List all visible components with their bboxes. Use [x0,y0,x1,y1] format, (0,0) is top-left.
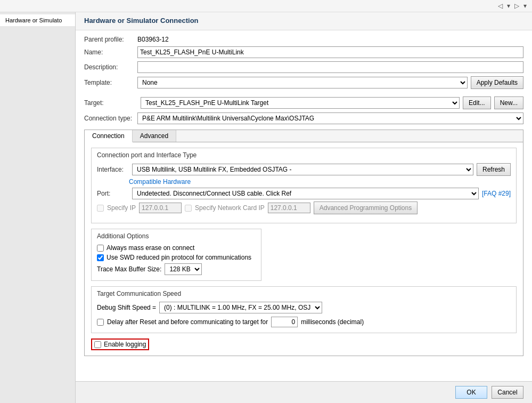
back-dropdown-icon[interactable]: ▾ [506,1,511,11]
debug-shift-select[interactable]: (0) : MULTILINK = 1.00 MHz, FX = 25.00 M… [159,302,322,313]
panel-header: Hardware or Simulator Connection [76,12,532,30]
logging-checkbox[interactable] [94,341,101,348]
additional-section-wrapper: Additional Options Always mass erase on … [91,229,517,286]
sidebar: Hardware or Simulato [0,12,76,403]
connection-type-row: Connection type: P&E ARM Multilink\Multi… [84,112,523,124]
name-row: Name: [84,46,523,58]
trace-label: Trace Max Buffer Size: [97,265,161,273]
refresh-button[interactable]: Refresh [477,163,511,176]
connection-port-section: Connection port and Interface Type Inter… [91,148,517,223]
new-button[interactable]: New... [494,96,523,109]
interface-label: Interface: [97,166,129,173]
parent-profile-row: Parent profile: B03963-12 [84,36,523,43]
description-input[interactable] [137,61,523,73]
connection-type-label: Connection type: [84,115,137,122]
comm-speed-section: Target Communication Speed Debug Shift S… [91,286,517,333]
speed-row: Debug Shift Speed = (0) : MULTILINK = 1.… [97,302,511,313]
debug-shift-label: Debug Shift Speed = [97,304,156,311]
compatible-hardware-link[interactable]: Compatible Hardware [129,178,511,186]
cancel-button[interactable]: Cancel [492,386,523,399]
edit-button[interactable]: Edit... [463,96,491,109]
interface-select[interactable]: USB Multilink, USB Multilink FX, Embedde… [132,164,473,175]
main-panel: Hardware or Simulator Connection Parent … [76,12,532,403]
faq-link[interactable]: [FAQ #29] [482,190,511,197]
template-select[interactable]: None [137,77,468,88]
tabs-header: Connection Advanced [85,130,523,142]
specify-ip-label: Specify IP [107,204,136,212]
sidebar-item-hardware[interactable]: Hardware or Simulato [0,14,75,26]
additional-options-title: Additional Options [97,232,256,240]
back-icon[interactable]: ◁ [497,1,504,11]
template-row: Template: None Apply Defaults [84,76,523,89]
comm-speed-title: Target Communication Speed [97,290,511,297]
mass-erase-checkbox[interactable] [97,245,104,252]
name-label: Name: [84,49,137,56]
target-row: Target: Test_KL25_FLASH_PnE U-MultiLink … [84,96,523,109]
specify-ip-input[interactable] [139,203,182,213]
template-controls: None Apply Defaults [137,76,523,89]
swd-checkbox[interactable] [97,254,104,261]
tab-advanced[interactable]: Advanced [133,130,176,142]
panel-title: Hardware or Simulator Connection [84,17,523,25]
top-nav: ◁ ▾ ▷ ▾ [0,0,532,12]
content-wrapper: Hardware or Simulato Hardware or Simulat… [0,12,532,403]
delay-input[interactable] [271,317,298,327]
trace-select[interactable]: 128 KB [165,263,202,275]
description-row: Description: [84,61,523,73]
ip-row: Specify IP Specify Network Card IP Advan… [97,201,511,214]
name-input[interactable] [137,46,523,58]
specify-network-input[interactable] [268,203,310,213]
template-label: Template: [84,79,137,86]
specify-ip-checkbox[interactable] [97,205,104,212]
panel-body: Parent profile: B03963-12 Name: Descript… [76,30,532,381]
delay-row: Delay after Reset and before communicati… [97,317,511,327]
mass-erase-row: Always mass erase on connect [97,244,256,252]
logging-label: Enable logging [104,341,146,348]
specify-network-label: Specify Network Card IP [195,204,265,212]
specify-network-checkbox[interactable] [185,205,192,212]
delay-label: Delay after Reset and before communicati… [107,318,268,326]
tab-connection[interactable]: Connection [85,130,133,142]
apply-defaults-button[interactable]: Apply Defaults [471,76,523,89]
connection-type-select[interactable]: P&E ARM Multilink\Multilink Universal\Cy… [137,112,523,124]
mass-erase-label: Always mass erase on connect [107,244,194,252]
delay-checkbox[interactable] [97,319,104,326]
port-label: Port: [97,190,129,197]
delay-unit: milliseconds (decimal) [301,318,364,326]
forward-dropdown-icon[interactable]: ▾ [522,1,528,11]
advanced-programming-button[interactable]: Advanced Programming Options [314,201,418,214]
additional-options-section: Additional Options Always mass erase on … [91,229,261,281]
swd-label: Use SWD reduced pin protocol for communi… [107,254,251,261]
spacer [84,92,523,96]
description-label: Description: [84,63,137,71]
tab-content-connection: Connection port and Interface Type Inter… [85,142,523,356]
bottom-bar: OK Cancel [76,381,532,403]
connection-port-title: Connection port and Interface Type [97,151,511,159]
forward-icon[interactable]: ▷ [513,1,520,11]
main-window: ◁ ▾ ▷ ▾ Hardware or Simulato Hardware or… [0,0,532,403]
trace-row: Trace Max Buffer Size: 128 KB [97,263,256,275]
logging-container: Enable logging [91,338,149,350]
port-row: Port: Undetected. Disconnect/Connect USB… [97,188,511,199]
port-select[interactable]: Undetected. Disconnect/Connect USB cable… [132,188,479,199]
swd-row: Use SWD reduced pin protocol for communi… [97,254,256,261]
parent-profile-label: Parent profile: [84,36,137,43]
ok-button[interactable]: OK [455,386,487,399]
target-label: Target: [84,99,137,107]
parent-profile-value: B03963-12 [137,36,169,43]
target-select[interactable]: Test_KL25_FLASH_PnE U-MultiLink Target [141,97,460,109]
tabs-container: Connection Advanced Connection port and … [84,130,523,356]
interface-row: Interface: USB Multilink, USB Multilink … [97,163,511,176]
